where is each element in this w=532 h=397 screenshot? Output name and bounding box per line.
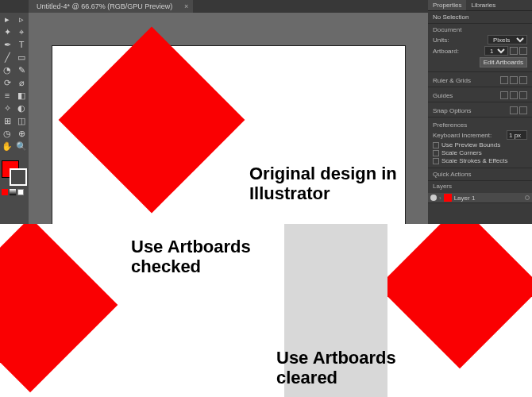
caption-cleared: Use Artboardscleared xyxy=(276,348,396,388)
tool-icon[interactable]: ⟳ xyxy=(1,76,13,89)
document-tab-title: Untitled-4* @ 66.67% (RGB/GPU Preview) xyxy=(37,2,172,10)
tool-icon[interactable]: ✦ xyxy=(1,25,13,38)
key-inc-input[interactable] xyxy=(507,130,527,140)
visibility-icon[interactable] xyxy=(430,195,437,201)
tool-icon[interactable]: ✋ xyxy=(1,140,13,152)
tool-icon[interactable]: ≡ xyxy=(1,89,13,102)
artboard-prev-icon[interactable] xyxy=(510,47,518,55)
snap-point-icon[interactable] xyxy=(519,106,527,114)
illustrator-window: Untitled-4* @ 66.67% (RGB/GPU Preview) ×… xyxy=(0,0,532,224)
snap-pixel-icon[interactable] xyxy=(510,106,518,114)
tool-icon[interactable]: ⌀ xyxy=(15,76,28,89)
tool-icon[interactable]: ⌖ xyxy=(15,25,28,38)
layer-name: Layer 1 xyxy=(454,195,476,202)
tool-icon[interactable]: ✧ xyxy=(1,102,13,114)
key-inc-label: Keyboard Increment: xyxy=(433,132,492,139)
guides-label: Guides xyxy=(433,92,453,99)
scale-corners-checkbox[interactable]: Scale Corners xyxy=(433,149,527,156)
grid-icon[interactable] xyxy=(510,76,518,84)
tool-icon[interactable]: ╱ xyxy=(1,51,13,64)
tool-icon[interactable]: ✎ xyxy=(15,64,28,76)
edit-artboards-button[interactable]: Edit Artboards xyxy=(480,57,527,67)
snap-options-label: Snap Options xyxy=(433,107,471,114)
ruler-grids-label: Ruler & Grids xyxy=(433,77,471,84)
guides-lock-icon[interactable] xyxy=(510,91,518,99)
tool-icon[interactable]: ▸ xyxy=(1,13,13,25)
tab-libraries[interactable]: Libraries xyxy=(466,0,500,10)
document-tab[interactable]: Untitled-4* @ 66.67% (RGB/GPU Preview) × xyxy=(29,0,193,13)
tool-icon[interactable]: ⊕ xyxy=(15,127,28,140)
scale-strokes-checkbox[interactable]: Scale Strokes & Effects xyxy=(433,157,527,164)
caption-checked: Use Artboardschecked xyxy=(131,237,251,277)
properties-panel: Properties Libraries No Selection Docume… xyxy=(428,0,532,224)
guides-smart-icon[interactable] xyxy=(519,91,527,99)
layers-header: Layers xyxy=(428,181,532,191)
document-section-header: Document xyxy=(433,26,527,33)
tool-icon[interactable]: ✒ xyxy=(1,38,13,51)
layer-thumbnail xyxy=(444,194,452,202)
tool-icon[interactable]: ◐ xyxy=(15,102,28,114)
units-select[interactable]: Pixels xyxy=(488,35,527,44)
tool-icon[interactable]: ◷ xyxy=(1,127,13,140)
artboard-label: Artboard: xyxy=(433,48,459,55)
tool-icon[interactable]: ⊞ xyxy=(1,114,13,127)
tool-icon[interactable]: 🔍 xyxy=(15,140,28,152)
tools-panel: ▸▹✦⌖✒T╱▭◔✎⟳⌀≡◧✧◐⊞◫◷⊕✋🔍 xyxy=(0,13,29,224)
units-label: Units: xyxy=(433,37,449,44)
canvas-area[interactable]: Original design in Illustrator xyxy=(29,13,428,224)
tool-icon[interactable]: ◧ xyxy=(15,89,28,102)
color-mode-swatches xyxy=(2,189,24,195)
no-selection-label: No Selection xyxy=(433,13,468,21)
close-icon[interactable]: × xyxy=(184,0,188,13)
use-preview-bounds-checkbox[interactable]: Use Preview Bounds xyxy=(433,141,527,148)
tool-icon[interactable]: ▭ xyxy=(15,51,28,64)
artboard-next-icon[interactable] xyxy=(519,47,527,55)
ruler-icon[interactable] xyxy=(500,76,508,84)
red-diamond-shape[interactable] xyxy=(59,27,245,214)
export-result-cleared xyxy=(387,224,532,397)
stroke-swatch[interactable] xyxy=(10,168,27,186)
caption-original: Original design in Illustrator xyxy=(249,164,428,204)
panel-tabs: Properties Libraries xyxy=(428,0,532,11)
tool-icon[interactable]: T xyxy=(15,38,28,51)
tab-properties[interactable]: Properties xyxy=(428,0,466,10)
guides-show-icon[interactable] xyxy=(500,91,508,99)
quick-actions-header: Quick Actions xyxy=(433,171,471,178)
tool-icon[interactable]: ▹ xyxy=(15,13,28,25)
transparency-grid-icon[interactable] xyxy=(519,76,527,84)
tool-icon[interactable]: ◔ xyxy=(1,64,13,76)
preferences-header: Preferences xyxy=(433,121,527,129)
layer-target-icon[interactable] xyxy=(525,195,530,200)
tool-icon[interactable]: ◫ xyxy=(15,114,28,127)
layer-row[interactable]: › Layer 1 xyxy=(428,193,532,202)
artboard-select[interactable]: 1 xyxy=(484,46,508,56)
